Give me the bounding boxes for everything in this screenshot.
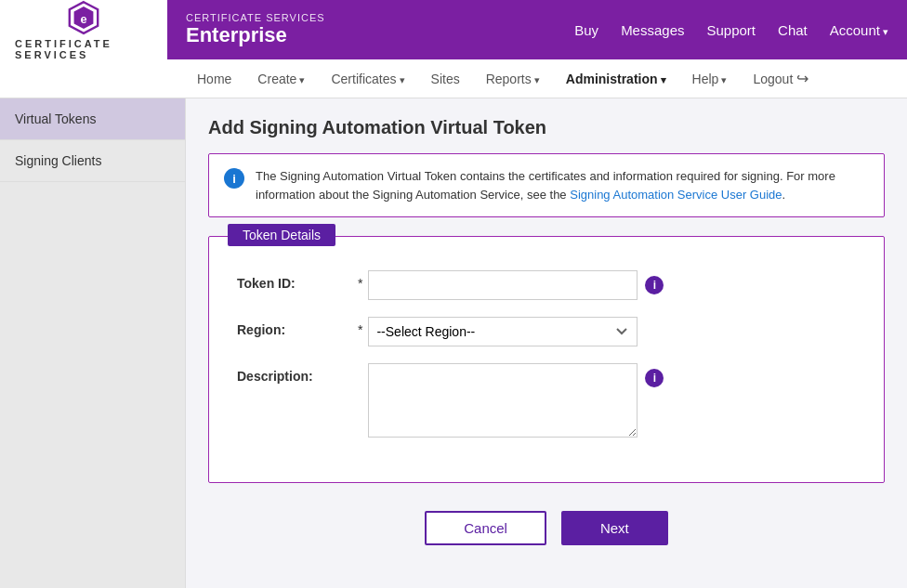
svg-text:e: e	[80, 12, 86, 26]
main-layout: Virtual Tokens Signing Clients Add Signi…	[0, 98, 907, 588]
nav-create[interactable]: Create	[246, 62, 316, 96]
brand: CERTIFICATE SERVICES Enterprise	[186, 12, 325, 47]
info-blue-icon: i	[224, 168, 244, 189]
entrust-logo-icon: e	[65, 0, 102, 36]
next-button[interactable]: Next	[561, 511, 668, 545]
header-nav: Buy Messages Support Chat Account	[574, 22, 888, 38]
info-text: The Signing Automation Virtual Token con…	[256, 167, 869, 203]
logo-container: e CERTIFICATE SERVICES	[0, 0, 167, 59]
nav-messages[interactable]: Messages	[621, 22, 684, 38]
token-card-title: Token Details	[228, 224, 335, 246]
nav-logout[interactable]: Logout ↪	[742, 60, 820, 97]
region-control-wrap: --Select Region--	[368, 317, 856, 346]
region-required: *	[358, 317, 362, 337]
description-info-icon[interactable]: i	[645, 369, 664, 387]
brand-title: Enterprise	[186, 23, 325, 47]
token-id-row: Token ID: * i	[237, 270, 856, 300]
token-id-required: *	[358, 270, 362, 291]
nav-support[interactable]: Support	[707, 22, 756, 38]
description-textarea[interactable]	[368, 363, 638, 438]
cancel-button[interactable]: Cancel	[425, 511, 546, 545]
secondary-nav: Home Create Certificates Sites Reports A…	[0, 59, 907, 98]
logout-icon: ↪	[796, 70, 808, 87]
sidebar-item-virtual-tokens[interactable]: Virtual Tokens	[0, 98, 185, 140]
description-control-wrap: i	[368, 363, 856, 438]
nav-help[interactable]: Help	[681, 62, 739, 96]
description-row: Description: * i	[237, 363, 856, 438]
page-title: Add Signing Automation Virtual Token	[208, 117, 885, 138]
nav-chat[interactable]: Chat	[778, 22, 808, 38]
nav-sites[interactable]: Sites	[420, 62, 471, 96]
brand-subtitle: CERTIFICATE SERVICES	[186, 12, 325, 23]
logout-label: Logout	[753, 72, 793, 86]
logo: e CERTIFICATE SERVICES	[15, 0, 152, 60]
nav-home[interactable]: Home	[186, 62, 243, 96]
token-id-label: Token ID:	[237, 270, 358, 291]
region-row: Region: * --Select Region--	[237, 317, 856, 346]
token-id-input[interactable]	[368, 270, 638, 300]
region-label: Region:	[237, 317, 358, 337]
content-area: Add Signing Automation Virtual Token i T…	[186, 98, 907, 588]
info-box: i The Signing Automation Virtual Token c…	[208, 153, 885, 217]
info-link[interactable]: Signing Automation Service User Guide	[570, 188, 782, 202]
description-label: Description:	[237, 363, 358, 384]
region-select[interactable]: --Select Region--	[368, 317, 638, 346]
header: e CERTIFICATE SERVICES CERTIFICATE SERVI…	[0, 0, 907, 59]
nav-certificates[interactable]: Certificates	[320, 62, 415, 96]
token-id-control-wrap: i	[368, 270, 856, 300]
nav-account[interactable]: Account	[830, 22, 888, 38]
nav-buy[interactable]: Buy	[574, 22, 598, 38]
token-details-card: Token Details Token ID: * i Region: * --…	[208, 236, 885, 483]
logo-label: CERTIFICATE SERVICES	[15, 38, 152, 60]
sidebar-item-signing-clients[interactable]: Signing Clients	[0, 140, 185, 182]
button-row: Cancel Next	[208, 502, 885, 564]
sidebar: Virtual Tokens Signing Clients	[0, 98, 186, 588]
nav-administration[interactable]: Administration	[555, 62, 677, 96]
nav-reports[interactable]: Reports	[475, 62, 551, 96]
token-id-info-icon[interactable]: i	[645, 276, 664, 294]
info-text-part2: .	[782, 188, 786, 202]
